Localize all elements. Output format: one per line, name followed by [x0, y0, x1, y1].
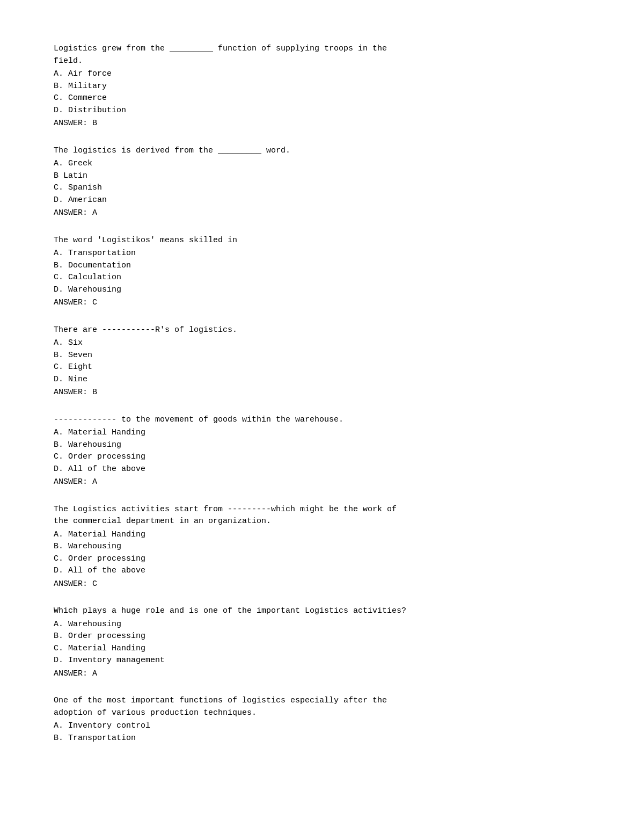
- option-2-1: A. Greek: [54, 158, 590, 170]
- question-text-6: The Logistics activities start from ----…: [54, 504, 590, 528]
- option-6-1: A. Material Handing: [54, 529, 590, 541]
- question-text-3: The word 'Logistikos' means skilled in: [54, 235, 590, 247]
- question-text-7: Which plays a huge role and is one of th…: [54, 605, 590, 618]
- option-5-3: C. Order processing: [54, 451, 590, 463]
- option-6-4: D. All of the above: [54, 565, 590, 577]
- option-5-1: A. Material Handing: [54, 427, 590, 439]
- option-4-2: B. Seven: [54, 350, 590, 362]
- option-7-2: B. Order processing: [54, 630, 590, 643]
- question-block-8: One of the most important functions of l…: [54, 695, 590, 744]
- option-3-4: D. Warehousing: [54, 284, 590, 296]
- question-block-6: The Logistics activities start from ----…: [54, 504, 590, 591]
- option-6-3: C. Order processing: [54, 553, 590, 565]
- page-container: Logistics grew from the _________ functi…: [0, 0, 644, 802]
- answer-4: ANSWER: B: [54, 387, 590, 399]
- answer-5: ANSWER: A: [54, 476, 590, 489]
- question-block-2: The logistics is derived from the ______…: [54, 145, 590, 220]
- option-5-2: B. Warehousing: [54, 439, 590, 452]
- question-text-8: One of the most important functions of l…: [54, 695, 590, 719]
- question-block-7: Which plays a huge role and is one of th…: [54, 605, 590, 680]
- option-2-3: C. Spanish: [54, 182, 590, 194]
- answer-1: ANSWER: B: [54, 118, 590, 130]
- option-7-3: C. Material Handing: [54, 643, 590, 655]
- question-text-4: There are -----------R's of logistics.: [54, 324, 590, 337]
- question-block-5: ------------- to the movement of goods w…: [54, 414, 590, 489]
- option-1-4: D. Distribution: [54, 105, 590, 117]
- option-4-4: D. Nine: [54, 374, 590, 386]
- option-8-1: A. Inventory control: [54, 720, 590, 733]
- option-2-2: B Latin: [54, 170, 590, 183]
- option-3-3: C. Calculation: [54, 272, 590, 284]
- option-3-1: A. Transportation: [54, 248, 590, 260]
- option-4-1: A. Six: [54, 337, 590, 350]
- option-5-4: D. All of the above: [54, 463, 590, 476]
- option-1-2: B. Military: [54, 81, 590, 93]
- option-4-3: C. Eight: [54, 361, 590, 374]
- option-8-2: B. Transportation: [54, 733, 590, 745]
- option-6-2: B. Warehousing: [54, 541, 590, 553]
- option-7-1: A. Warehousing: [54, 619, 590, 631]
- option-1-1: A. Air force: [54, 68, 590, 81]
- answer-2: ANSWER: A: [54, 207, 590, 220]
- question-block-1: Logistics grew from the _________ functi…: [54, 43, 590, 130]
- answer-3: ANSWER: C: [54, 297, 590, 309]
- option-2-4: D. American: [54, 194, 590, 207]
- option-3-2: B. Documentation: [54, 260, 590, 272]
- answer-7: ANSWER: A: [54, 668, 590, 680]
- question-block-4: There are -----------R's of logistics.A.…: [54, 324, 590, 399]
- question-text-5: ------------- to the movement of goods w…: [54, 414, 590, 426]
- question-block-3: The word 'Logistikos' means skilled inA.…: [54, 235, 590, 309]
- question-text-2: The logistics is derived from the ______…: [54, 145, 590, 157]
- question-text-1: Logistics grew from the _________ functi…: [54, 43, 590, 67]
- answer-6: ANSWER: C: [54, 578, 590, 591]
- option-1-3: C. Commerce: [54, 92, 590, 105]
- option-7-4: D. Inventory management: [54, 655, 590, 667]
